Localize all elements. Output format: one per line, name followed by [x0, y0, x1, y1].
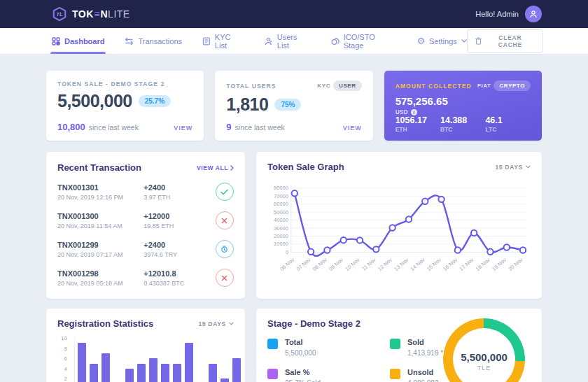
tx-sub-amount: 3.97 ETH — [144, 194, 213, 201]
bar — [173, 364, 181, 382]
stage-title: Stage - Demo Stage 2 — [267, 318, 360, 329]
status-rejected-icon[interactable] — [216, 269, 234, 287]
coin-label: BTC — [440, 126, 485, 133]
nav-label: KYC List — [215, 33, 244, 50]
legend-value: 4,086,082 — [407, 379, 439, 382]
unsold-swatch — [390, 369, 400, 379]
bar-chart-period-dropdown[interactable]: 15 DAYS — [198, 320, 234, 327]
token-sale-graph-card: Token Sale Graph 15 DAYS 010000200003000… — [256, 152, 542, 299]
amount-currency: USD — [396, 108, 408, 115]
collected-toggle-fiat[interactable]: FIAT — [477, 83, 491, 89]
token-sale-caption: since last week — [89, 123, 139, 132]
view-all-label: VIEW ALL — [197, 164, 228, 171]
chevron-right-icon — [230, 165, 234, 171]
collected-toggle-crypto[interactable]: CRYPTO — [493, 80, 531, 91]
token-sale-value: 5,500,000 — [57, 91, 132, 111]
status-approved-icon[interactable] — [216, 183, 234, 201]
nav-item-users-list[interactable]: Users List — [265, 28, 311, 54]
cube-icon — [331, 37, 340, 45]
legend-label: Unsold — [407, 368, 439, 376]
nav-item-ico-sto-stage[interactable]: ICO/STO Stage — [331, 28, 396, 54]
coin-label: ETH — [396, 126, 440, 133]
token-sale-card: TOKEN SALE - DEMO STAGE 2 5,500,000 25.7… — [46, 71, 204, 141]
tx-amount: +2400 — [144, 183, 213, 192]
status-pending-icon[interactable] — [216, 240, 234, 258]
legend-label: Total — [285, 338, 316, 346]
trash-icon — [475, 37, 482, 45]
coin-eth: 1056.17 ETH — [396, 115, 440, 133]
clear-cache-label: CLEAR CACHE — [486, 34, 535, 48]
total-users-view-link[interactable]: VIEW — [343, 125, 362, 132]
brand-logo[interactable]: TL TOK≡NLITE — [52, 6, 130, 22]
stage-card: Stage - Demo Stage 2 Total 5,500,000 Sol… — [256, 309, 542, 382]
tx-id: TNX001301 — [57, 183, 144, 192]
svg-text:12 Nov: 12 Nov — [377, 257, 393, 272]
tx-amount: +12000 — [144, 212, 213, 220]
status-rejected-icon[interactable] — [216, 211, 234, 229]
dashboard-grid-icon — [52, 37, 60, 45]
total-users-delta: 9 — [226, 122, 231, 132]
nav-label: Settings — [429, 37, 457, 45]
bar — [90, 364, 98, 382]
coin-ltc: 46.1 LTC — [485, 115, 530, 133]
bar — [209, 364, 217, 382]
nav-label: ICO/STO Stage — [344, 33, 397, 50]
transaction-row[interactable]: TNX001299 20 Nov, 2019 07:17 AM +2400 39… — [57, 234, 234, 263]
nav-label: Dashboard — [64, 37, 104, 45]
line-chart-period-dropdown[interactable]: 15 DAYS — [495, 164, 531, 171]
nav-item-dashboard[interactable]: Dashboard — [52, 28, 104, 54]
legend-label: Sale % — [285, 368, 321, 376]
nav-item-transactions[interactable]: Transactions — [125, 28, 182, 54]
amount-collected-card: AMOUNT COLLECTED FIAT CRYPTO 575,256.65 … — [384, 71, 542, 141]
svg-text:60000: 60000 — [274, 201, 288, 207]
clear-cache-button[interactable]: CLEAR CACHE — [467, 29, 543, 53]
tx-date: 20 Nov, 2019 07:17 AM — [57, 251, 144, 258]
svg-text:19 Nov: 19 Nov — [491, 257, 507, 272]
tx-id: TNX001298 — [57, 269, 144, 278]
bar — [232, 358, 241, 382]
view-all-link[interactable]: VIEW ALL — [197, 164, 234, 171]
legend-value: 1,413,919 * — [407, 349, 443, 357]
tx-sub-amount: 19.85 ETH — [144, 222, 213, 229]
tx-amount: +12010.8 — [144, 269, 213, 278]
tx-id: TNX001299 — [57, 241, 144, 249]
coin-label: LTC — [485, 126, 530, 133]
main-nav: Dashboard Transactions KYC List Users Li… — [0, 28, 588, 55]
nav-item-settings[interactable]: ⚙ Settings — [416, 28, 466, 54]
tokenlite-hexagon-icon: TL — [52, 6, 67, 22]
transaction-row[interactable]: TNX001298 20 Nov, 2019 05:18 AM +12010.8… — [57, 263, 234, 292]
total-users-card: TOTAL USERS KYC USER 1,810 75% 9 since l… — [215, 71, 372, 141]
top-bar: TL TOK≡NLITE Hello! Admin — [0, 0, 588, 28]
brand-name: TOK≡NLITE — [72, 8, 130, 20]
token-sale-delta: 10,800 — [57, 122, 85, 132]
transaction-row[interactable]: TNX001301 20 Nov, 2019 12:16 PM +2400 3.… — [57, 177, 234, 206]
token-sale-view-link[interactable]: VIEW — [174, 125, 192, 132]
chevron-down-icon — [461, 39, 467, 43]
svg-text:TL: TL — [56, 11, 63, 17]
svg-text:18 Nov: 18 Nov — [475, 257, 491, 272]
registration-statistics-card: Registration Statistics 15 DAYS 108642 — [46, 309, 245, 382]
tx-sub-amount: 3974.6 TRY — [144, 251, 213, 258]
donut-center-unit: TLE — [477, 365, 491, 372]
gear-icon: ⚙ — [416, 36, 425, 45]
avatar[interactable] — [525, 6, 542, 22]
svg-text:10000: 10000 — [274, 241, 288, 247]
svg-text:50000: 50000 — [274, 209, 288, 215]
total-users-label: TOTAL USERS — [226, 83, 276, 90]
coin-value: 46.1 — [485, 115, 530, 125]
svg-text:06 Nov: 06 Nov — [279, 257, 295, 272]
bar — [161, 364, 169, 382]
transaction-row[interactable]: TNX001300 20 Nov, 2019 11:54 AM +12000 1… — [57, 206, 234, 234]
svg-text:14 Nov: 14 Nov — [410, 257, 426, 272]
coin-value: 14.388 — [440, 115, 485, 125]
nav-item-kyc-list[interactable]: KYC List — [202, 28, 244, 54]
svg-text:10 Nov: 10 Nov — [344, 257, 360, 272]
bar — [102, 353, 110, 382]
chevron-down-icon — [526, 165, 531, 169]
users-toggle-kyc[interactable]: KYC — [317, 83, 330, 89]
svg-text:20000: 20000 — [274, 233, 288, 239]
amount-collected-label: AMOUNT COLLECTED — [396, 83, 472, 90]
info-icon[interactable]: i — [411, 109, 417, 115]
document-icon — [202, 37, 211, 45]
users-toggle-user[interactable]: USER — [333, 80, 362, 91]
